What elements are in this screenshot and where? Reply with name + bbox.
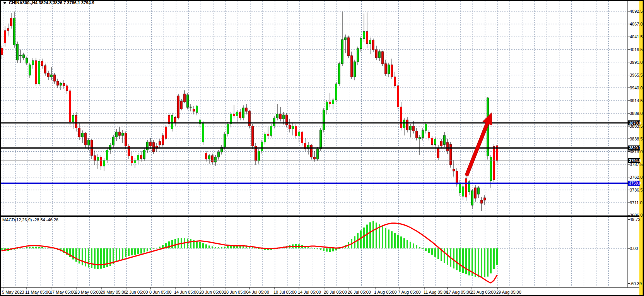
time-tick-label: 11 May 05:00 — [25, 290, 51, 294]
macd-histogram-bar — [48, 248, 49, 249]
bear-candle — [295, 126, 297, 136]
bull-candle — [88, 140, 90, 145]
bull-candle — [323, 110, 325, 130]
macd-histogram-bar — [410, 242, 411, 248]
bull-candle — [17, 44, 19, 60]
macd-histogram-bar — [41, 247, 43, 248]
bull-candle — [122, 133, 124, 135]
bear-candle — [267, 134, 269, 135]
macd-histogram-bar — [385, 228, 386, 248]
macd-histogram-bar — [212, 246, 213, 248]
bull-candle — [345, 38, 347, 39]
macd-histogram-bar — [360, 231, 362, 249]
price-tick-label: 3762.0 — [630, 175, 643, 180]
price-tick-label: 3838.5 — [630, 137, 643, 141]
macd-histogram-bar — [323, 248, 325, 251]
time-tick-label: 23 May 05:00 — [75, 290, 101, 294]
macd-histogram-bar — [369, 222, 371, 249]
time-tick-label: 17 May 05:00 — [50, 290, 76, 294]
bear-candle — [407, 120, 408, 130]
price-tick-label: 4092.5 — [630, 9, 643, 14]
macd-histogram-bar — [224, 247, 225, 249]
macd-histogram-bar — [140, 248, 142, 254]
bear-candle — [447, 142, 449, 151]
bull-candle — [462, 186, 464, 196]
macd-histogram-bar — [32, 247, 34, 249]
macd-histogram-bar — [314, 248, 315, 249]
time-tick-label: 7 Aug 05:00 — [398, 290, 421, 294]
bull-candle — [264, 134, 266, 142]
bull-candle — [171, 115, 173, 129]
bull-candle — [218, 152, 220, 157]
macd-histogram-bar — [376, 222, 377, 248]
bear-candle — [48, 73, 50, 77]
time-tick-label: 14 Jul 05:00 — [298, 290, 321, 294]
bear-candle — [140, 155, 142, 159]
bull-candle — [363, 32, 365, 39]
bull-candle — [51, 75, 53, 77]
macd-histogram-bar — [397, 235, 399, 248]
bear-candle — [205, 153, 207, 159]
bear-candle — [493, 147, 495, 180]
macd-histogram-bar — [202, 243, 204, 249]
macd-histogram-bar — [459, 248, 461, 272]
macd-histogram-bar — [394, 233, 396, 248]
macd-histogram-bar — [178, 238, 179, 248]
bear-candle — [481, 200, 483, 204]
macd-tick-label: 0.00 — [630, 246, 638, 251]
macd-histogram-bar — [122, 248, 123, 259]
bull-candle — [403, 120, 405, 128]
macd-histogram-bar — [134, 248, 136, 255]
bear-candle — [351, 56, 353, 77]
bull-candle — [369, 40, 371, 44]
macd-histogram-bar — [20, 248, 21, 248]
bear-candle — [456, 171, 458, 184]
bear-candle — [311, 145, 313, 157]
bear-candle — [329, 102, 331, 104]
macd-histogram-bar — [26, 247, 27, 248]
bull-candle — [196, 106, 198, 113]
bear-candle — [484, 198, 486, 200]
macd-histogram-bar — [199, 242, 201, 249]
macd-histogram-bar — [29, 247, 31, 248]
time-tick-label: 5 May 2023 — [2, 290, 24, 294]
bear-candle — [79, 128, 80, 137]
bull-candle — [419, 137, 421, 139]
bull-candle — [410, 126, 412, 130]
bull-candle — [14, 18, 15, 45]
bull-candle — [320, 130, 322, 149]
bull-candle — [270, 126, 272, 135]
price-tick-label: 3711.0 — [630, 200, 642, 205]
macd-histogram-bar — [171, 240, 173, 248]
macd-histogram-bar — [35, 247, 37, 249]
bull-candle — [292, 126, 294, 129]
bull-candle — [332, 100, 334, 104]
bear-candle — [385, 64, 387, 74]
mt4-chart-window: 4092.54067.04041.54016.53991.03965.53940… — [0, 0, 644, 296]
time-tick-label: 23 Aug 05:00 — [471, 290, 496, 294]
macd-histogram-bar — [187, 239, 188, 249]
bear-candle — [174, 117, 176, 123]
macd-histogram-bar — [335, 248, 337, 250]
macd-histogram-bar — [493, 248, 495, 269]
macd-histogram-bar — [311, 248, 312, 248]
bull-candle — [106, 150, 108, 160]
macd-histogram-bar — [391, 231, 393, 248]
candlestick-chart-canvas[interactable]: 4092.54067.04041.54016.53991.03965.53940… — [0, 0, 644, 296]
bear-candle — [314, 157, 316, 159]
bull-candle — [261, 142, 263, 151]
bull-candle — [224, 134, 226, 147]
time-tick-label: 14 Jun 05:00 — [174, 290, 199, 294]
macd-histogram-bar — [147, 248, 148, 252]
bull-candle — [147, 142, 149, 150]
macd-histogram-bar — [416, 245, 417, 248]
bear-candle — [159, 142, 161, 145]
macd-histogram-bar — [258, 248, 260, 249]
bull-candle — [116, 132, 118, 137]
bear-candle — [416, 131, 418, 138]
time-tick-label: 17 Aug 05:00 — [446, 290, 471, 294]
macd-histogram-bar — [131, 248, 133, 255]
bull-candle — [20, 55, 22, 56]
bull-candle — [227, 124, 229, 134]
macd-histogram-bar — [484, 248, 485, 277]
